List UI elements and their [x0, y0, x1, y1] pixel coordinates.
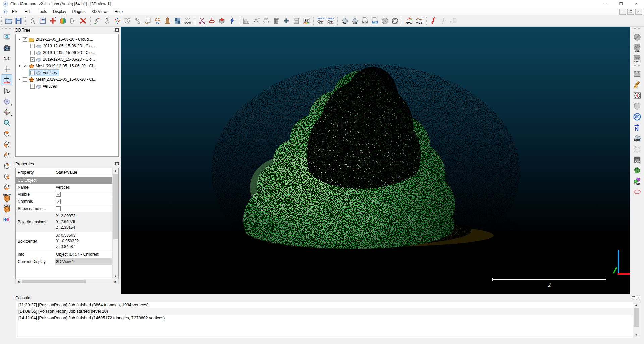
dock-handle[interactable]: [633, 28, 641, 31]
clone-button[interactable]: [58, 16, 68, 26]
scroll-up-arrow[interactable]: ▲: [633, 302, 639, 307]
clean-broom-button[interactable]: [632, 79, 642, 90]
menu-display[interactable]: Display: [50, 8, 69, 15]
tree-checkbox[interactable]: [30, 51, 35, 55]
normals-tool-button[interactable]: N: [632, 122, 642, 132]
menu-tools[interactable]: Tools: [35, 8, 50, 15]
delete-scalar-field-button[interactable]: [271, 16, 281, 26]
projection-globe-button[interactable]: [390, 16, 400, 26]
auto-pick-center-button[interactable]: auto: [1, 75, 12, 85]
animation-plugin-button[interactable]: [632, 69, 642, 79]
properties-list-button[interactable]: [38, 16, 48, 26]
tree-item[interactable]: ▼✓Mesh[2019-12-05_15-06-20 - Cl...: [17, 63, 118, 69]
property-checkbox[interactable]: ✓: [56, 199, 61, 204]
dock-handle[interactable]: [2, 28, 11, 31]
view-right-button[interactable]: [1, 171, 12, 181]
screenshot-button[interactable]: [1, 43, 12, 53]
interactive-transform-button[interactable]: [227, 16, 237, 26]
tree-item[interactable]: ✓2019-12-05_15-06-20 - Clo...: [17, 56, 118, 63]
tree-item[interactable]: vertices: [17, 83, 118, 90]
back-iso-view-button[interactable]: BACK: [1, 204, 12, 214]
mdi-close-button[interactable]: ✕: [635, 9, 642, 15]
point-picking-button[interactable]: [142, 16, 152, 26]
add-scalar-field-button[interactable]: [281, 16, 291, 26]
segment-button[interactable]: [197, 16, 207, 26]
scroll-down-arrow[interactable]: ▼: [113, 273, 118, 279]
dock-handle[interactable]: [633, 65, 641, 68]
sra-profile-button[interactable]: [428, 16, 438, 26]
tree-item[interactable]: 2019-12-05_15-06-20 - Clo...: [17, 43, 118, 49]
merge-button[interactable]: [68, 16, 78, 26]
extract-points-button[interactable]: [132, 16, 142, 26]
tree-checkbox[interactable]: ✓: [23, 64, 27, 68]
min-distance-button[interactable]: min: [261, 16, 271, 26]
set-pivot-button[interactable]: [1, 64, 12, 74]
view-left-button[interactable]: [1, 150, 12, 160]
no-shader-button[interactable]: [632, 32, 642, 42]
tree-checkbox[interactable]: [30, 44, 35, 48]
sf-tools-button[interactable]: SF: [632, 112, 642, 122]
view-front-button[interactable]: [1, 139, 12, 149]
property-checkbox[interactable]: ✓: [56, 192, 61, 197]
render-settings-button[interactable]: [1, 32, 12, 42]
hull-plugin-button[interactable]: [632, 165, 642, 175]
tree-checkbox[interactable]: ✓: [30, 57, 35, 62]
console-close-icon[interactable]: ✕: [637, 296, 640, 300]
kd-tree-button[interactable]: Kd: [339, 16, 350, 26]
pcv-plugin-button[interactable]: PCV: [632, 155, 642, 165]
edl-shader-button[interactable]: EDL: [632, 43, 642, 53]
csv-export-button[interactable]: CSV: [370, 16, 380, 26]
interpolate-colors-button[interactable]: [172, 16, 182, 26]
tree-item[interactable]: 2019-12-05_15-06-20 - Clo...: [17, 49, 118, 56]
facets-plugin-button[interactable]: [632, 101, 642, 111]
expander-icon[interactable]: ▼: [17, 64, 22, 68]
zoom-1-1-button[interactable]: 1:1: [1, 53, 12, 63]
menu-plugins[interactable]: Plugins: [69, 8, 88, 15]
console-vertical-scrollbar[interactable]: ▲ ▼: [633, 302, 639, 338]
mdi-restore-button[interactable]: ❐: [627, 9, 634, 15]
fine-registration-button[interactable]: [92, 16, 102, 26]
restore-button[interactable]: ❐: [613, 0, 629, 8]
scroll-down-arrow[interactable]: ▼: [633, 332, 639, 338]
scroll-up-arrow[interactable]: ▲: [113, 168, 118, 173]
float-panel-icon[interactable]: [115, 28, 119, 32]
cloud-cloud-distance-button[interactable]: CCcc: [152, 16, 162, 26]
tree-checkbox[interactable]: [30, 84, 35, 89]
ssao-shader-button[interactable]: SSAO: [632, 53, 642, 63]
scroll-left-arrow[interactable]: ◀: [16, 280, 21, 283]
mdi-minimize-button[interactable]: –: [619, 9, 626, 15]
tree-checkbox[interactable]: [23, 77, 27, 82]
view-bottom-button[interactable]: [1, 182, 12, 192]
view-back-button[interactable]: [1, 161, 12, 171]
tree-checkbox[interactable]: [30, 71, 35, 75]
sor-filter-button[interactable]: SOR: [182, 16, 193, 26]
menu-edit[interactable]: Edit: [21, 8, 35, 15]
minimize-button[interactable]: —: [598, 0, 613, 8]
scrollbar-thumb[interactable]: [634, 308, 639, 327]
compass-plugin-button[interactable]: [632, 90, 642, 100]
rotate-translate-button[interactable]: [207, 16, 217, 26]
menu-help[interactable]: Help: [111, 8, 126, 15]
set-view-cube-button[interactable]: ▾: [1, 96, 12, 106]
gaussian-filter-button[interactable]: μ,σ: [251, 16, 261, 26]
sphere-tool-button[interactable]: [380, 16, 390, 26]
open-button[interactable]: [3, 16, 13, 26]
expander-icon[interactable]: ▼: [17, 78, 22, 81]
save-button[interactable]: [13, 16, 23, 26]
mls-smoothing-button[interactable]: MLS: [414, 16, 424, 26]
point-list-picking-button[interactable]: [48, 16, 58, 26]
tree-checkbox[interactable]: ✓: [23, 37, 27, 42]
delete-button[interactable]: [78, 16, 88, 26]
properties-vertical-scrollbar[interactable]: ▲ ▼: [112, 168, 118, 279]
front-iso-view-button[interactable]: FRONT: [1, 193, 12, 203]
ellipse-tool-button[interactable]: [632, 187, 642, 197]
float-panel-icon[interactable]: [115, 162, 119, 166]
close-button[interactable]: ✕: [629, 0, 644, 8]
3d-viewport[interactable]: 2: [121, 27, 630, 294]
scrollbar-thumb[interactable]: [113, 174, 118, 239]
tree-item[interactable]: ▼Mesh[2019-12-05_15-06-20 - Cl...: [17, 76, 118, 83]
hpr-plugin-button[interactable]: HPR: [632, 133, 642, 143]
view-top-button[interactable]: [1, 128, 12, 138]
ransac-shape-detection-button[interactable]: RSD: [632, 176, 642, 186]
compute-octree-button[interactable]: [122, 16, 132, 26]
